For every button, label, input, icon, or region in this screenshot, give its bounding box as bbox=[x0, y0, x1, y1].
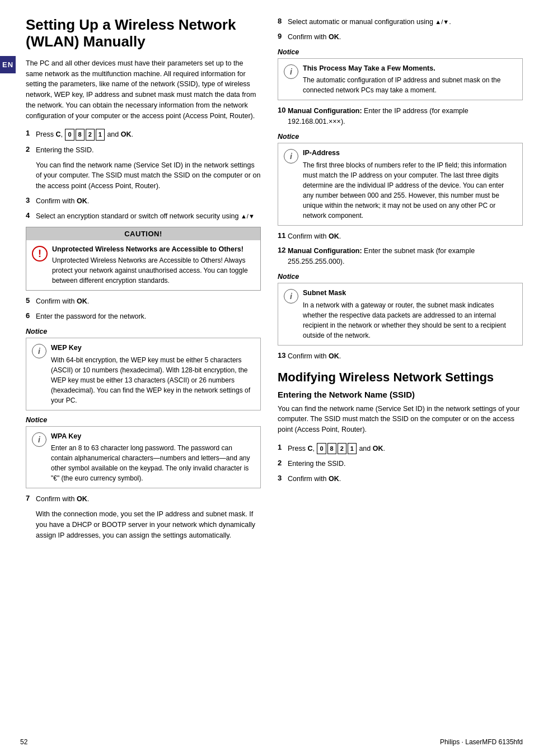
subsection-title: Entering the Network Name (SSID) bbox=[278, 390, 523, 399]
notice-subnet-icon: i bbox=[284, 289, 298, 304]
step-12-num: 12 bbox=[278, 246, 288, 254]
step-5: 5 Confirm with OK. bbox=[26, 296, 261, 307]
step-8: 8 Select automatic or manual configurati… bbox=[278, 17, 523, 27]
notice-wep-content: WEP Key With 64-bit encryption, the WEP … bbox=[51, 343, 255, 405]
step-7-num: 7 bbox=[26, 494, 36, 502]
notice-ip-content: IP-Address The first three blocks of num… bbox=[303, 148, 517, 221]
notice-process-title: This Process May Take a Few Moments. bbox=[303, 63, 517, 74]
notice-ip-label: Notice bbox=[278, 133, 523, 141]
notice-wpa-icon: i bbox=[32, 432, 46, 447]
left-column: Setting Up a Wireless Network (WLAN) Man… bbox=[26, 17, 272, 739]
step-1-text: Press C, 0821 and OK. bbox=[36, 129, 133, 141]
step-6-num: 6 bbox=[26, 311, 36, 320]
notice-wpa-content: WPA Key Enter an 8 to 63 character long … bbox=[51, 431, 255, 484]
notice-subnet-title: Subnet Mask bbox=[303, 288, 517, 298]
s2-step-3-num: 3 bbox=[278, 474, 288, 482]
notice-wpa-label: Notice bbox=[26, 416, 261, 424]
caution-inner: ! Unprotected Wireless Networks are Acce… bbox=[26, 240, 260, 290]
notice-subnet-label: Notice bbox=[278, 273, 523, 281]
en-tab: EN bbox=[0, 56, 16, 73]
step-7-subtext: With the connection mode, you set the IP… bbox=[36, 509, 261, 540]
notice-wpa-box: i WPA Key Enter an 8 to 63 character lon… bbox=[26, 426, 261, 489]
step-10: 10 Manual Configuration: Enter the IP ad… bbox=[278, 106, 523, 127]
notice-process-content: This Process May Take a Few Moments. The… bbox=[303, 63, 517, 96]
step-11: 11 Confirm with OK. bbox=[278, 231, 523, 242]
step-1-num: 1 bbox=[26, 129, 36, 137]
step-11-text: Confirm with OK. bbox=[288, 231, 341, 242]
s2-key-0: 0 bbox=[317, 443, 326, 455]
s2-key-2: 2 bbox=[338, 443, 346, 455]
step-9: 9 Confirm with OK. bbox=[278, 32, 523, 43]
notice-process-label: Notice bbox=[278, 48, 523, 56]
step-9-text: Confirm with OK. bbox=[288, 32, 341, 43]
s2-key-1: 1 bbox=[348, 443, 357, 455]
s2-key-8: 8 bbox=[327, 443, 336, 455]
sidebar: EN bbox=[0, 0, 20, 756]
s2-step-3: 3 Confirm with OK. bbox=[278, 474, 523, 484]
page-footer: 52 Philips · LaserMFD 6135hfd bbox=[0, 738, 534, 746]
notice-process-box: i This Process May Take a Few Moments. T… bbox=[278, 58, 523, 101]
intro-paragraph: The PC and all other devices must have t… bbox=[26, 58, 261, 122]
step-4-text: Select an encryption standard or switch … bbox=[36, 211, 255, 222]
notice-wep-icon: i bbox=[32, 344, 46, 358]
notice-process-icon: i bbox=[284, 64, 298, 79]
notice-wep-box: i WEP Key With 64-bit encryption, the WE… bbox=[26, 338, 261, 410]
step-4: 4 Select an encryption standard or switc… bbox=[26, 211, 261, 222]
key-0: 0 bbox=[65, 129, 74, 141]
notice-wep-body: With 64-bit encryption, the WEP key must… bbox=[51, 356, 250, 404]
step-4-num: 4 bbox=[26, 211, 36, 220]
step-1: 1 Press C, 0821 and OK. bbox=[26, 129, 261, 141]
s2-step-2-num: 2 bbox=[278, 459, 288, 467]
step-13-text: Confirm with OK. bbox=[288, 351, 341, 362]
notice-wpa-body: Enter an 8 to 63 character long password… bbox=[51, 444, 250, 482]
step-9-num: 9 bbox=[278, 32, 288, 40]
step-12: 12 Manual Configuration: Enter the subne… bbox=[278, 246, 523, 267]
step-12-text: Manual Configuration: Enter the subnet m… bbox=[288, 246, 523, 267]
step-2: 2 Entering the SSID. bbox=[26, 145, 261, 156]
notice-ip-body: The first three blocks of numbers refer … bbox=[303, 161, 507, 220]
caution-header: CAUTION! bbox=[26, 227, 260, 240]
page-container: EN Setting Up a Wireless Network (WLAN) … bbox=[0, 0, 534, 756]
s2-step-1: 1 Press C, 0821 and OK. bbox=[278, 443, 523, 455]
step-10-text: Manual Configuration: Enter the IP addre… bbox=[288, 106, 523, 127]
step-8-num: 8 bbox=[278, 17, 288, 25]
notice-wep-label: Notice bbox=[26, 328, 261, 335]
step-13: 13 Confirm with OK. bbox=[278, 351, 523, 362]
caution-box: CAUTION! ! Unprotected Wireless Networks… bbox=[26, 227, 261, 291]
notice-ip-icon: i bbox=[284, 149, 298, 164]
step-2-text: Entering the SSID. bbox=[36, 145, 94, 156]
key-1: 1 bbox=[96, 129, 105, 141]
notice-subnet-box: i Subnet Mask In a network with a gatewa… bbox=[278, 283, 523, 346]
notice-ip-title: IP-Address bbox=[303, 148, 517, 158]
s2-step-1-text: Press C, 0821 and OK. bbox=[288, 443, 385, 455]
step-7-text: Confirm with OK. bbox=[36, 494, 89, 505]
step-6: 6 Enter the password for the network. bbox=[26, 311, 261, 322]
notice-ip-box: i IP-Address The first three blocks of n… bbox=[278, 143, 523, 226]
right-column: 8 Select automatic or manual configurati… bbox=[272, 17, 523, 739]
s2-step-2: 2 Entering the SSID. bbox=[278, 459, 523, 469]
step-2-num: 2 bbox=[26, 145, 36, 153]
page-title: Setting Up a Wireless Network (WLAN) Man… bbox=[26, 17, 261, 50]
notice-subnet-content: Subnet Mask In a network with a gateway … bbox=[303, 288, 517, 340]
caution-content: Unprotected Wireless Networks are Access… bbox=[52, 245, 255, 286]
s2-step-2-text: Entering the SSID. bbox=[288, 459, 346, 469]
notice-process-body: The automatic configuration of IP addres… bbox=[303, 76, 500, 94]
notice-subnet-body: In a network with a gateway or router, t… bbox=[303, 301, 506, 339]
step-13-num: 13 bbox=[278, 351, 288, 360]
step-5-num: 5 bbox=[26, 296, 36, 305]
step-3: 3 Confirm with OK. bbox=[26, 196, 261, 207]
step-7: 7 Confirm with OK. bbox=[26, 494, 261, 505]
step-11-num: 11 bbox=[278, 231, 288, 240]
key-8: 8 bbox=[76, 129, 85, 141]
section2-title: Modifying Wireless Network Settings bbox=[278, 370, 523, 385]
caution-icon: ! bbox=[32, 246, 48, 262]
footer-brand: Philips · LaserMFD 6135hfd bbox=[440, 738, 523, 746]
caution-title: Unprotected Wireless Networks are Access… bbox=[52, 245, 243, 253]
key-2: 2 bbox=[86, 129, 95, 141]
notice-wep-title: WEP Key bbox=[51, 343, 255, 353]
step-3-text: Confirm with OK. bbox=[36, 196, 89, 207]
step-5-text: Confirm with OK. bbox=[36, 296, 89, 307]
s2-step-3-text: Confirm with OK. bbox=[288, 474, 341, 484]
step-10-num: 10 bbox=[278, 106, 288, 114]
section2-intro: You can find the network name (Service S… bbox=[278, 404, 523, 435]
